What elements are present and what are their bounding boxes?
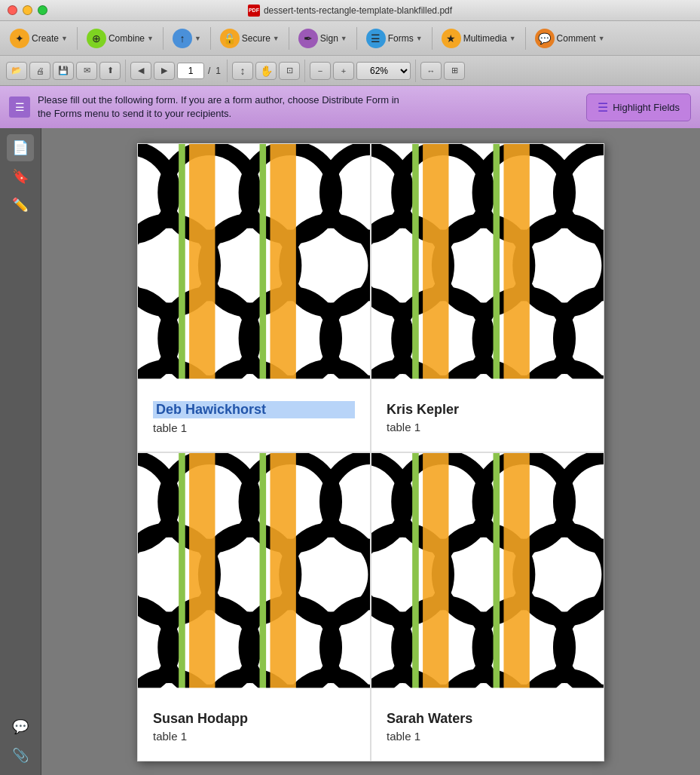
tent-table-bottom-left: table 1 — [153, 730, 355, 743]
highlight-fields-button[interactable]: ☰ Highlight Fields — [586, 93, 691, 121]
secure-chevron: ▼ — [273, 35, 280, 42]
secure-icon: 🔒 — [220, 29, 240, 48]
export-button[interactable]: ↑ ▼ — [167, 26, 206, 51]
zoom-select[interactable]: 62% 50% 75% 100% 125% 150% — [356, 62, 411, 80]
separator — [210, 27, 211, 50]
fit-width-button[interactable]: ↔ — [420, 62, 442, 80]
svg-rect-16 — [270, 144, 295, 395]
page-number-input[interactable] — [177, 63, 204, 79]
maximize-button[interactable] — [38, 5, 47, 15]
separator — [415, 60, 416, 82]
comment-button[interactable]: 💬 Comment ▼ — [530, 26, 610, 51]
svg-rect-36 — [503, 144, 529, 395]
form-icon: ☰ — [9, 96, 30, 118]
save-button[interactable]: 💾 — [53, 62, 74, 80]
separator — [77, 27, 78, 50]
separator — [525, 27, 526, 50]
svg-rect-78 — [494, 453, 500, 704]
multimedia-button[interactable]: ★ Multimedia ▼ — [436, 26, 521, 51]
forms-chevron: ▼ — [416, 35, 423, 42]
secure-button[interactable]: 🔒 Secure ▼ — [215, 26, 285, 51]
print-button[interactable]: 🖨 — [29, 62, 50, 80]
upload-button[interactable]: ⬆ — [99, 62, 121, 80]
close-button[interactable] — [8, 5, 17, 15]
svg-rect-76 — [503, 453, 529, 704]
zoom-out-button[interactable]: − — [310, 62, 331, 80]
tent-table-top-right: table 1 — [387, 421, 588, 433]
create-button[interactable]: ✦ Create ▼ — [5, 26, 73, 51]
create-chevron: ▼ — [61, 35, 68, 42]
sign-chevron: ▼ — [341, 35, 347, 42]
tent-name-bottom-right[interactable]: Sarah Waters — [387, 711, 588, 727]
tent-table-top-left: table 1 — [153, 421, 355, 434]
svg-rect-75 — [423, 453, 448, 704]
highlight-fields-icon: ☰ — [598, 100, 608, 115]
tent-table-bottom-right: table 1 — [387, 730, 588, 743]
sidebar-attachments-icon[interactable]: 📎 — [7, 742, 34, 769]
tent-card-bottom-right: Sarah Waters table 1 — [371, 452, 604, 761]
tent-card-top-right: Kris Kepler table 1 — [371, 143, 604, 452]
email-button[interactable]: ✉ — [76, 62, 97, 80]
tent-name-top-right[interactable]: Kris Kepler — [387, 402, 588, 418]
combine-button[interactable]: ⊕ Combine ▼ — [81, 26, 159, 51]
form-notification-bar: ☰ Please fill out the following form. If… — [0, 86, 700, 128]
separator — [432, 27, 433, 50]
pdf-icon: PDF — [248, 5, 260, 17]
page-separator: / — [206, 66, 212, 76]
hand-tool-button[interactable]: ✋ — [255, 62, 277, 80]
main-toolbar: ✦ Create ▼ ⊕ Combine ▼ ↑ ▼ 🔒 Secure ▼ ✒ … — [0, 21, 700, 56]
svg-rect-35 — [423, 144, 448, 395]
nav-toolbar: 📂 🖨 💾 ✉ ⬆ ◀ ▶ / 1 ↕ ✋ ⊡ − + 62% 50% 75% … — [0, 56, 700, 86]
tent-text-bottom-right: Sarah Waters table 1 — [371, 693, 604, 761]
combine-chevron: ▼ — [147, 35, 154, 42]
svg-rect-58 — [260, 453, 267, 704]
left-sidebar: 📄 🔖 ✏️ 💬 📎 — [0, 128, 41, 775]
minimize-button[interactable] — [23, 5, 32, 15]
document-area[interactable]: Deb Hawickhorst table 1 — [41, 128, 700, 775]
window-controls[interactable] — [8, 5, 47, 15]
separator — [163, 27, 164, 50]
tent-name-bottom-left[interactable]: Susan Hodapp — [153, 711, 355, 727]
sidebar-signatures-icon[interactable]: ✏️ — [7, 191, 34, 219]
page-total: 1 — [214, 66, 222, 76]
window-title: PDF dessert-tents-rectangle-template-bla… — [248, 5, 452, 17]
tent-name-top-left[interactable]: Deb Hawickhorst — [153, 401, 355, 418]
title-bar: PDF dessert-tents-rectangle-template-bla… — [0, 0, 700, 21]
fit-page-button[interactable]: ⊞ — [444, 62, 465, 80]
pdf-page: Deb Hawickhorst table 1 — [137, 143, 604, 761]
main-area: 📄 🔖 ✏️ 💬 📎 — [0, 128, 700, 775]
forms-button[interactable]: ☰ Forms ▼ — [361, 26, 428, 51]
svg-rect-17 — [179, 144, 185, 395]
export-icon: ↑ — [173, 29, 192, 48]
create-icon: ✦ — [10, 29, 29, 48]
comment-icon: 💬 — [535, 29, 555, 48]
next-page-button[interactable]: ▶ — [154, 62, 175, 80]
svg-rect-15 — [189, 144, 215, 395]
marquee-tool-button[interactable]: ⊡ — [279, 62, 300, 80]
tent-card-top-left: Deb Hawickhorst table 1 — [137, 143, 371, 452]
separator — [304, 60, 305, 82]
tent-text-bottom-left: Susan Hodapp table 1 — [138, 693, 370, 761]
separator — [289, 27, 289, 50]
svg-rect-56 — [270, 453, 295, 704]
svg-rect-57 — [179, 453, 185, 704]
open-folder-button[interactable]: 📂 — [6, 62, 27, 80]
separator — [356, 27, 357, 50]
tent-text-top-right: Kris Kepler table 1 — [371, 384, 604, 452]
sign-icon: ✒ — [298, 29, 318, 48]
sidebar-comments-icon[interactable]: 💬 — [7, 713, 34, 740]
zoom-in-button[interactable]: + — [333, 62, 354, 80]
sign-button[interactable]: ✒ Sign ▼ — [293, 26, 353, 51]
separator — [125, 60, 126, 82]
svg-rect-37 — [412, 144, 419, 395]
separator — [227, 60, 228, 82]
highlight-fields-label: Highlight Fields — [613, 102, 680, 113]
multimedia-chevron: ▼ — [509, 35, 516, 42]
cursor-tool-button[interactable]: ↕ — [232, 62, 253, 80]
svg-rect-18 — [260, 144, 267, 395]
prev-page-button[interactable]: ◀ — [130, 62, 151, 80]
tent-card-bottom-left: Susan Hodapp table 1 — [137, 452, 371, 761]
forms-icon: ☰ — [366, 29, 386, 48]
sidebar-bookmarks-icon[interactable]: 🔖 — [7, 163, 34, 190]
sidebar-pages-icon[interactable]: 📄 — [7, 134, 34, 161]
